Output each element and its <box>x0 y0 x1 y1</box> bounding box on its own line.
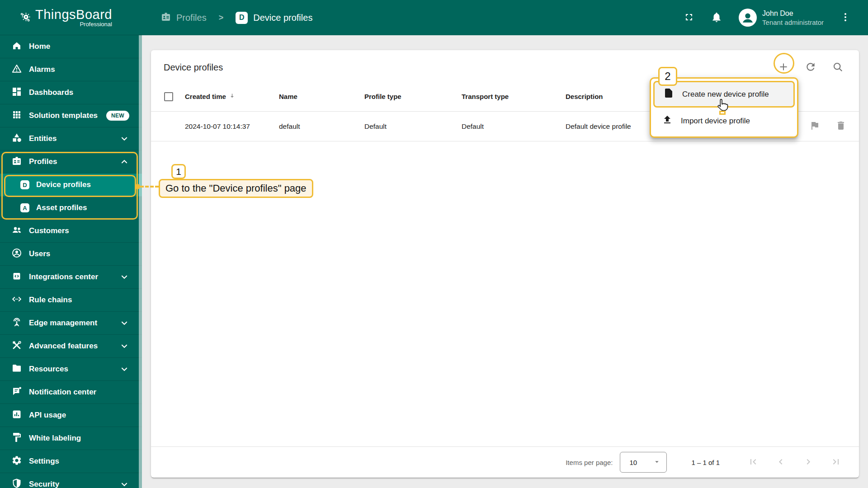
sidebar-item-asset-profiles[interactable]: A Asset profiles <box>0 197 142 220</box>
sidebar-item-edge-management[interactable]: Edge management <box>0 312 142 335</box>
sidebar-item-solution-templates[interactable]: Solution templates NEW <box>0 104 142 127</box>
last-page-button[interactable] <box>830 456 841 469</box>
refresh-button[interactable] <box>805 61 816 74</box>
next-page-button[interactable] <box>803 456 814 469</box>
sidebar-item-api-usage[interactable]: API usage <box>0 404 142 427</box>
cell-profile-type: Default <box>364 122 462 131</box>
add-device-profile-button[interactable] <box>778 61 789 74</box>
gear-icon <box>11 455 22 468</box>
sidebar-item-home[interactable]: Home <box>0 35 142 58</box>
sidebar-item-label: Dashboards <box>29 88 73 97</box>
chevron-down-icon <box>119 318 129 328</box>
chevron-down-icon <box>119 272 129 282</box>
sidebar-item-device-profiles[interactable]: D Device profiles <box>0 174 142 197</box>
top-bar: Profiles > D Device profiles John Doe Te… <box>142 0 868 35</box>
delete-button[interactable] <box>835 120 846 132</box>
sidebar-scrollbar[interactable] <box>139 35 142 488</box>
entities-shapes-icon <box>11 132 22 145</box>
paint-roller-icon <box>11 432 22 445</box>
upload-icon <box>662 114 673 127</box>
sidebar-item-label: White labeling <box>29 434 81 443</box>
notifications-button[interactable] <box>711 11 722 24</box>
profiles-badge-icon <box>11 155 22 169</box>
sidebar-item-label: Edge management <box>29 319 97 328</box>
user-circle-icon <box>11 248 22 261</box>
menu-item-import-device-profile[interactable]: Import device profile <box>653 108 795 134</box>
menu-item-label: Import device profile <box>681 117 750 126</box>
chevron-down-icon <box>119 341 129 351</box>
items-per-page-select[interactable]: 10 <box>620 452 667 473</box>
app-name: ThingsBoard <box>35 8 112 21</box>
breadcrumb-profiles-link[interactable]: Profiles <box>160 11 207 24</box>
customers-people-icon <box>11 225 22 238</box>
sidebar-item-security[interactable]: Security <box>0 473 142 488</box>
last-page-icon <box>830 456 841 469</box>
sidebar-item-notification-center[interactable]: Notification center <box>0 381 142 404</box>
device-profile-letter-icon: D <box>20 180 29 189</box>
sidebar-item-users[interactable]: Users <box>0 243 142 266</box>
cell-created-time: 2024-10-07 10:14:37 <box>185 122 279 131</box>
asset-profile-letter-icon: A <box>20 203 29 212</box>
select-all-checkbox[interactable] <box>164 92 173 101</box>
breadcrumb: Profiles > D Device profiles <box>160 11 312 24</box>
sidebar-item-dashboards[interactable]: Dashboards <box>0 81 142 104</box>
sidebar-item-white-labeling[interactable]: White labeling <box>0 427 142 450</box>
app-logo[interactable]: ThingsBoard Professional <box>0 0 142 35</box>
sidebar-nav: Home Alarms Dashboards Solution template… <box>0 35 142 488</box>
sidebar-item-profiles[interactable]: Profiles <box>0 150 142 174</box>
breadcrumb-separator: > <box>219 13 224 23</box>
sidebar-item-entities[interactable]: Entities <box>0 127 142 150</box>
previous-page-button[interactable] <box>775 456 786 469</box>
sidebar-item-resources[interactable]: Resources <box>0 358 142 381</box>
sidebar-item-advanced-features[interactable]: Advanced features <box>0 335 142 358</box>
sidebar-item-label: Notification center <box>29 388 96 397</box>
column-header-profile-type[interactable]: Profile type <box>364 93 462 100</box>
column-header-name[interactable]: Name <box>279 93 364 100</box>
sidebar-item-customers[interactable]: Customers <box>0 220 142 243</box>
sidebar-item-label: Profiles <box>29 157 57 166</box>
items-per-page-label: Items per page: <box>566 459 613 466</box>
sidebar: ThingsBoard Professional Home Alarms Das… <box>0 0 142 488</box>
sidebar-item-alarms[interactable]: Alarms <box>0 58 142 81</box>
device-profile-letter-icon: D <box>236 12 248 24</box>
sidebar-item-label: Device profiles <box>36 180 91 189</box>
sidebar-item-integrations-center[interactable]: Integrations center <box>0 266 142 289</box>
cell-transport-type: Default <box>462 122 566 131</box>
menu-item-create-new-device-profile[interactable]: Create new device profile <box>653 81 795 108</box>
sidebar-item-label: Solution templates <box>29 111 98 120</box>
sidebar-item-label: Settings <box>29 457 59 466</box>
sidebar-item-label: Entities <box>29 134 57 143</box>
column-header-transport-type[interactable]: Transport type <box>462 93 566 100</box>
warning-triangle-icon <box>11 63 22 76</box>
kebab-menu-icon <box>840 12 851 24</box>
folder-icon <box>11 363 22 376</box>
paginator: Items per page: 10 1 – 1 of 1 <box>151 446 859 478</box>
sidebar-item-label: API usage <box>29 411 66 420</box>
sidebar-item-label: Security <box>29 480 59 488</box>
new-badge: NEW <box>106 111 129 121</box>
integrations-icon <box>11 271 22 284</box>
fullscreen-button[interactable] <box>684 12 694 24</box>
previous-page-icon <box>775 456 786 469</box>
refresh-icon <box>805 61 816 74</box>
home-icon <box>11 40 22 53</box>
user-menu[interactable]: John Doe Tenant administrator <box>739 9 824 27</box>
more-options-button[interactable] <box>840 12 851 24</box>
avatar <box>739 9 757 27</box>
flag-icon <box>809 120 820 132</box>
caret-down-icon <box>653 458 661 467</box>
column-header-created-time[interactable]: Created time <box>185 92 279 101</box>
chevron-down-icon <box>119 134 129 144</box>
user-name: John Doe <box>762 9 824 18</box>
set-default-flag-button[interactable] <box>809 120 820 132</box>
sidebar-item-label: Advanced features <box>29 342 98 351</box>
first-page-button[interactable] <box>748 456 759 469</box>
file-icon <box>663 88 674 101</box>
next-page-icon <box>803 456 814 469</box>
sidebar-item-rule-chains[interactable]: Rule chains <box>0 289 142 312</box>
search-icon <box>832 61 844 74</box>
profiles-badge-icon <box>160 11 171 24</box>
sidebar-item-settings[interactable]: Settings <box>0 450 142 473</box>
chevron-down-icon <box>119 479 129 488</box>
search-button[interactable] <box>832 61 844 74</box>
